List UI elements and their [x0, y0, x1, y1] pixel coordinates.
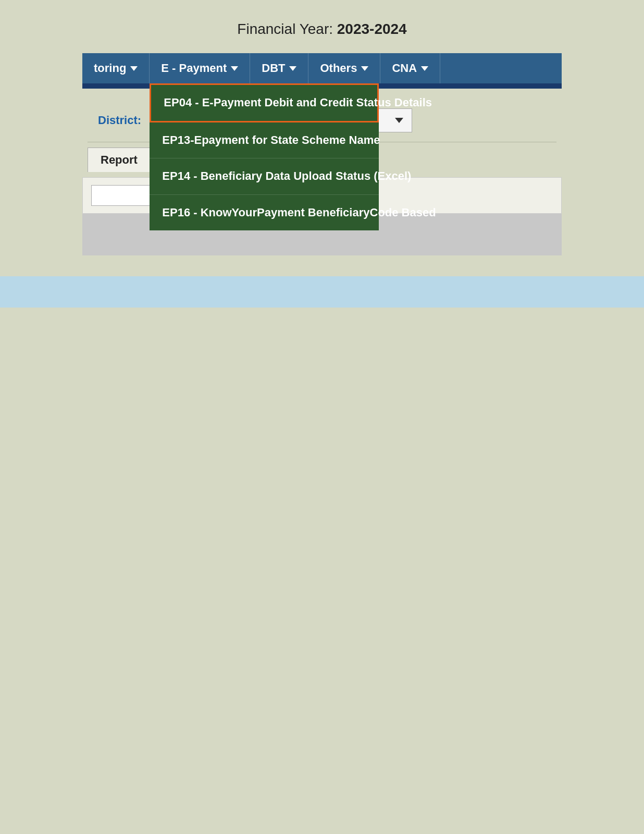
- bottom-green-area: [0, 308, 644, 516]
- dropdown-item-ep14[interactable]: EP14 - Beneficiary Data Upload Status (E…: [150, 158, 379, 195]
- top-section: Financial Year: 2023-2024: [0, 0, 644, 53]
- dropdown-item-ep16[interactable]: EP16 - KnowYourPayment BeneficiaryCode B…: [150, 195, 379, 231]
- financial-year-value: 2023-2024: [337, 21, 407, 37]
- monitoring-dropdown-arrow: [130, 66, 138, 71]
- others-dropdown-arrow: [361, 66, 368, 71]
- nav-item-dbt[interactable]: DBT: [250, 53, 308, 83]
- dropdown-item-ep04[interactable]: EP04 - E-Payment Debit and Credit Status…: [150, 83, 379, 122]
- main-container: toring E - Payment EP04 - E-Payment Debi…: [82, 53, 562, 266]
- nav-item-others[interactable]: Others: [308, 53, 380, 83]
- epayment-dropdown-menu: EP04 - E-Payment Debit and Credit Status…: [150, 83, 379, 230]
- dropdown-item-ep13[interactable]: EP13-Epayment for State Scheme Name: [150, 122, 379, 159]
- district-select-arrow: [395, 118, 403, 123]
- dbt-label: DBT: [262, 62, 285, 75]
- nav-item-epayment[interactable]: E - Payment EP04 - E-Payment Debit and C…: [150, 53, 250, 83]
- report-tab[interactable]: Report: [88, 148, 151, 172]
- nav-item-cna[interactable]: CNA: [380, 53, 440, 83]
- financial-year-display: Financial Year: 2023-2024: [237, 21, 406, 38]
- nav-item-monitoring[interactable]: toring: [82, 53, 150, 83]
- navbar: toring E - Payment EP04 - E-Payment Debi…: [82, 53, 562, 83]
- epayment-label: E - Payment: [161, 62, 227, 75]
- bottom-blue-bar: [0, 276, 644, 308]
- others-label: Others: [320, 62, 357, 75]
- dropdown-item-ep13-label: EP13-Epayment for State Scheme Name: [162, 133, 380, 146]
- monitoring-label: toring: [94, 62, 126, 75]
- epayment-dropdown-arrow: [231, 66, 238, 71]
- dropdown-item-ep16-label: EP16 - KnowYourPayment BeneficiaryCode B…: [162, 206, 436, 219]
- district-label: District:: [98, 114, 141, 127]
- dbt-dropdown-arrow: [289, 66, 296, 71]
- cna-dropdown-arrow: [421, 66, 428, 71]
- cna-label: CNA: [392, 62, 417, 75]
- dropdown-item-ep04-label: EP04 - E-Payment Debit and Credit Status…: [164, 96, 432, 109]
- bottom-section: [0, 276, 644, 516]
- financial-year-label: Financial Year:: [237, 21, 337, 37]
- dropdown-item-ep14-label: EP14 - Beneficiary Data Upload Status (E…: [162, 169, 411, 182]
- report-tab-label: Report: [101, 153, 138, 166]
